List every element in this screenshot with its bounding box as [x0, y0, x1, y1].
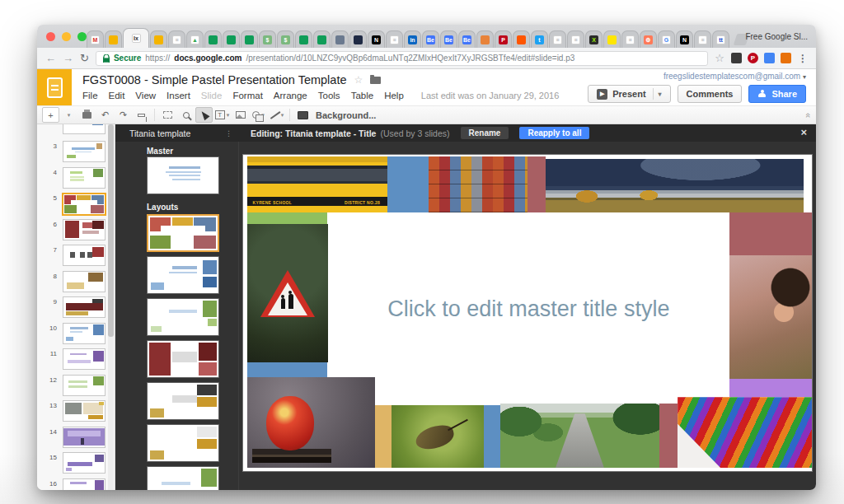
- zoom-button[interactable]: [177, 107, 195, 123]
- browser-tab[interactable]: [204, 30, 222, 48]
- insert-line-button[interactable]: ▾: [268, 107, 285, 123]
- slide-thumbnail-15[interactable]: [63, 452, 106, 474]
- slide-thumbnail-10[interactable]: [63, 323, 106, 344]
- slide-thumbnail-7[interactable]: [63, 245, 106, 266]
- slide-thumbnail-3[interactable]: [63, 141, 106, 162]
- color-extension-icon[interactable]: [781, 53, 791, 63]
- master-thumbnail[interactable]: [147, 156, 219, 194]
- browser-tab[interactable]: [603, 30, 621, 48]
- present-dropdown-caret[interactable]: ▾: [653, 88, 662, 100]
- slide-thumbnail-13[interactable]: [63, 400, 106, 422]
- browser-tab[interactable]: tt: [712, 30, 729, 48]
- browser-tab[interactable]: $: [259, 30, 276, 48]
- layout-thumbnail-1[interactable]: [147, 214, 219, 252]
- layout-thumbnail-5[interactable]: [147, 382, 219, 420]
- google-slides-logo[interactable]: [37, 69, 72, 105]
- last-edit-status[interactable]: Last edit was on January 29, 2016: [421, 91, 560, 100]
- slide-thumbnail-11[interactable]: [63, 348, 106, 370]
- collapse-toolbar-icon[interactable]: «: [804, 112, 814, 117]
- forward-icon[interactable]: →: [63, 53, 73, 63]
- browser-tab[interactable]: t: [531, 30, 548, 48]
- star-document-icon[interactable]: ☆: [354, 74, 363, 86]
- browser-tab[interactable]: ≡: [549, 30, 566, 48]
- browser-tab[interactable]: X: [585, 30, 603, 48]
- insert-image-button[interactable]: [232, 107, 249, 123]
- browser-tab[interactable]: in: [404, 30, 421, 48]
- browser-tab[interactable]: M: [87, 30, 104, 48]
- text-box-button[interactable]: T▾: [213, 107, 231, 123]
- document-title[interactable]: FGST0008 - Simple Pastel Presentation Te…: [82, 73, 347, 86]
- select-tool-button[interactable]: [195, 107, 213, 123]
- background-icon[interactable]: [294, 107, 312, 123]
- comments-button[interactable]: Comments: [678, 85, 743, 103]
- reload-icon[interactable]: ↻: [80, 53, 89, 63]
- back-icon[interactable]: ←: [45, 53, 56, 63]
- chrome-menu-icon[interactable]: ⋮: [798, 53, 808, 64]
- slide-thumbnail-14[interactable]: [63, 427, 106, 448]
- slide-thumbnail-12[interactable]: [63, 375, 106, 396]
- browser-tab[interactable]: Be: [440, 30, 457, 48]
- menu-view[interactable]: View: [135, 91, 156, 100]
- collage-title-box[interactable]: Click to edit master title style: [328, 212, 729, 405]
- zoom-fit-button[interactable]: [159, 107, 176, 123]
- browser-tab[interactable]: [223, 30, 240, 48]
- film-extension-icon[interactable]: [731, 53, 742, 63]
- browser-tab[interactable]: N: [676, 30, 693, 48]
- close-master-editor-icon[interactable]: ×: [800, 126, 807, 138]
- browser-tab[interactable]: [313, 30, 331, 48]
- browser-tab[interactable]: Be: [422, 30, 439, 48]
- rename-button[interactable]: Rename: [461, 127, 509, 139]
- minimize-window-button[interactable]: [62, 32, 71, 41]
- maximize-window-button[interactable]: [77, 32, 87, 41]
- browser-tab[interactable]: ≡: [621, 30, 639, 48]
- layout-thumbnail-7[interactable]: [147, 466, 219, 490]
- paint-format-button[interactable]: [133, 107, 150, 123]
- slide-thumbnail[interactable]: [63, 124, 106, 134]
- menu-tools[interactable]: Tools: [318, 91, 340, 100]
- pinterest-extension-icon[interactable]: P: [748, 53, 758, 63]
- browser-tab[interactable]: $: [277, 30, 294, 48]
- close-window-button[interactable]: [46, 32, 55, 41]
- template-name[interactable]: Titania template: [129, 128, 190, 138]
- slide-canvas[interactable]: KYRENE SCHOOLDISTRICT NO.28Click to edit…: [243, 155, 812, 471]
- browser-tab[interactable]: [476, 30, 494, 48]
- reapply-to-all-button[interactable]: Reapply to all: [519, 127, 589, 139]
- browser-tab[interactable]: Be: [458, 30, 476, 48]
- slide-thumbnail-8[interactable]: [63, 271, 106, 292]
- template-options-icon[interactable]: ⋮: [225, 129, 232, 138]
- browser-tab[interactable]: ⚙: [640, 30, 657, 48]
- slide-thumbnail-9[interactable]: [63, 296, 106, 318]
- menu-arrange[interactable]: Arrange: [274, 91, 307, 100]
- move-to-folder-icon[interactable]: [370, 77, 381, 84]
- master-title-placeholder[interactable]: Click to edit master title style: [354, 292, 702, 326]
- person-extension-icon[interactable]: [764, 53, 775, 63]
- browser-tab[interactable]: [150, 30, 167, 48]
- present-button[interactable]: ▶ Present ▾: [588, 85, 670, 103]
- browser-tab[interactable]: ≡: [386, 30, 403, 48]
- print-button[interactable]: [78, 107, 96, 123]
- slide-thumbnail-6[interactable]: [63, 219, 106, 240]
- browser-tab[interactable]: G: [658, 30, 675, 48]
- tab-overflow-label[interactable]: Free Google Sl...: [745, 32, 808, 41]
- bookmark-star-icon[interactable]: ☆: [715, 52, 724, 64]
- browser-tab[interactable]: [105, 30, 122, 48]
- browser-tab[interactable]: ≡: [168, 30, 185, 48]
- background-button[interactable]: Background...: [316, 110, 376, 120]
- browser-tab[interactable]: P: [495, 30, 512, 48]
- browser-tab[interactable]: ≡: [694, 30, 711, 48]
- menu-table[interactable]: Table: [351, 91, 374, 100]
- browser-tab[interactable]: [295, 30, 312, 48]
- redo-button[interactable]: ↷: [115, 107, 132, 123]
- layout-thumbnail-2[interactable]: [147, 256, 219, 294]
- browser-tab[interactable]: ≡: [567, 30, 584, 48]
- layout-thumbnail-3[interactable]: [147, 298, 219, 336]
- new-slide-button[interactable]: +: [42, 107, 59, 123]
- slide-thumbnail-5[interactable]: [62, 193, 106, 216]
- menu-format[interactable]: Format: [232, 91, 262, 100]
- browser-tab[interactable]: [513, 30, 530, 48]
- slide-thumbnail-4[interactable]: [63, 167, 106, 189]
- slide-thumbnail-16[interactable]: [63, 478, 106, 491]
- layout-thumbnail-6[interactable]: [147, 424, 219, 462]
- browser-tab[interactable]: [331, 30, 349, 48]
- insert-shape-button[interactable]: ▾: [250, 107, 267, 123]
